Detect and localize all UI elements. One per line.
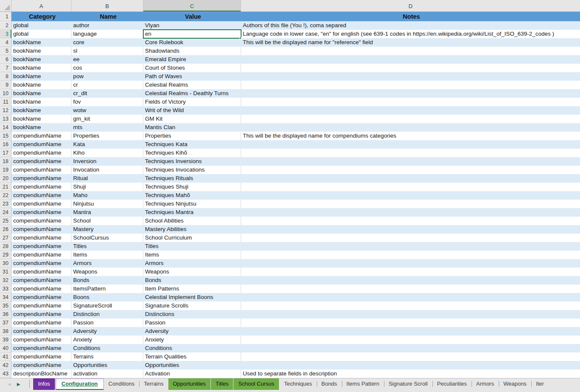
sheet-tab-signature-scroll[interactable]: Signature Scroll: [384, 378, 432, 390]
row-number[interactable]: 9: [0, 81, 11, 89]
header-cell-category[interactable]: Category: [11, 12, 71, 21]
row-number[interactable]: 17: [0, 149, 11, 157]
cell-category[interactable]: compendiumName: [11, 344, 71, 353]
cell-name[interactable]: cr: [71, 81, 143, 89]
sheet-tab-school-cursus[interactable]: School Cursus: [233, 378, 279, 390]
cell-notes[interactable]: [241, 319, 580, 327]
cell-name[interactable]: Armors: [71, 259, 143, 268]
cell-name[interactable]: activation: [71, 369, 143, 378]
sheet-tab-opportunities[interactable]: Opportunities: [168, 378, 211, 390]
row-number[interactable]: 21: [0, 183, 11, 191]
cell-value[interactable]: Techniques Rituals: [143, 174, 241, 183]
cell-name[interactable]: pow: [71, 72, 143, 81]
row-number[interactable]: 26: [0, 225, 11, 234]
cell-value[interactable]: Court of Stones: [143, 64, 241, 72]
cell-name[interactable]: Terrains: [71, 353, 143, 361]
row-number[interactable]: 27: [0, 234, 11, 242]
sheet-tab-conditions[interactable]: Conditions: [104, 378, 139, 390]
cell-name[interactable]: Conditions: [71, 344, 143, 353]
column-header-c[interactable]: C: [143, 0, 241, 11]
sheet-tab-titles[interactable]: Titles: [211, 378, 234, 390]
cell-value[interactable]: Techniques Mantra: [143, 208, 241, 217]
cell-name[interactable]: Distinction: [71, 310, 143, 319]
row-number[interactable]: 3: [0, 30, 11, 38]
cell-category[interactable]: compendiumName: [11, 149, 71, 157]
cell-value[interactable]: Titles: [143, 242, 241, 251]
cell-notes[interactable]: [241, 361, 580, 369]
row-number[interactable]: 40: [0, 344, 11, 353]
cell-value[interactable]: School Abilities: [143, 217, 241, 225]
cell-name[interactable]: Opportunities: [71, 361, 143, 369]
cell-value[interactable]: Items: [143, 251, 241, 259]
row-number[interactable]: 41: [0, 353, 11, 361]
column-header-a[interactable]: A: [11, 0, 71, 11]
row-number[interactable]: 43: [0, 369, 11, 378]
cell-category[interactable]: descriptionBlocName: [11, 369, 71, 378]
row-number[interactable]: 24: [0, 208, 11, 217]
cell-category[interactable]: global: [11, 30, 71, 38]
cell-value[interactable]: Properties: [143, 132, 241, 140]
cell-value[interactable]: Adversity: [143, 327, 241, 336]
fill-handle[interactable]: [239, 37, 242, 39]
cell-category[interactable]: global: [11, 21, 71, 30]
cell-notes[interactable]: This will be the displayed name for "ref…: [241, 38, 580, 47]
cell-notes[interactable]: [241, 217, 580, 225]
cell-notes[interactable]: [241, 251, 580, 259]
column-header-b[interactable]: B: [71, 0, 143, 11]
sheet-tab-items-pattern[interactable]: Items Pattern: [342, 378, 384, 390]
cell-name[interactable]: Properties: [71, 132, 143, 140]
row-number[interactable]: 28: [0, 242, 11, 251]
cell-name[interactable]: SchoolCursus: [71, 234, 143, 242]
cell-name[interactable]: Anxiety: [71, 336, 143, 344]
cell-value[interactable]: en: [143, 30, 241, 38]
row-number[interactable]: 4: [0, 38, 11, 47]
sheet-tab-techniques[interactable]: Techniques: [279, 378, 317, 390]
cell-value[interactable]: Weapons: [143, 268, 241, 276]
cell-name[interactable]: fov: [71, 98, 143, 106]
prev-sheet-icon[interactable]: ◀: [8, 378, 11, 390]
cell-name[interactable]: Titles: [71, 242, 143, 251]
row-number[interactable]: 2: [0, 21, 11, 30]
cell-notes[interactable]: [241, 89, 580, 98]
row-number[interactable]: 42: [0, 361, 11, 369]
cell-name[interactable]: ee: [71, 55, 143, 64]
row-number[interactable]: 12: [0, 106, 11, 115]
cell-value[interactable]: Celestial Realms - Deathly Turns: [143, 89, 241, 98]
cell-category[interactable]: bookName: [11, 72, 71, 81]
cell-category[interactable]: compendiumName: [11, 285, 71, 293]
row-number[interactable]: 16: [0, 140, 11, 149]
sheet-tab-peculiarities[interactable]: Peculiarities: [432, 378, 472, 390]
cell-category[interactable]: compendiumName: [11, 242, 71, 251]
cell-name[interactable]: Ritual: [71, 174, 143, 183]
cell-notes[interactable]: Used to separate fields in description: [241, 369, 580, 378]
cell-notes[interactable]: [241, 47, 580, 55]
cell-name[interactable]: wotw: [71, 106, 143, 115]
cell-notes[interactable]: [241, 234, 580, 242]
cell-name[interactable]: Kiho: [71, 149, 143, 157]
cell-notes[interactable]: [241, 115, 580, 123]
cell-notes[interactable]: [241, 55, 580, 64]
cell-name[interactable]: Items: [71, 251, 143, 259]
cell-category[interactable]: bookName: [11, 55, 71, 64]
cell-name[interactable]: Mantra: [71, 208, 143, 217]
cell-value[interactable]: Anxiety: [143, 336, 241, 344]
cell-value[interactable]: Shadowlands: [143, 47, 241, 55]
cell-notes[interactable]: This will be the displayed name for comp…: [241, 132, 580, 140]
column-header-d[interactable]: D: [241, 0, 580, 11]
cell-value[interactable]: GM Kit: [143, 115, 241, 123]
cell-name[interactable]: School: [71, 217, 143, 225]
row-number[interactable]: 33: [0, 285, 11, 293]
cell-name[interactable]: core: [71, 38, 143, 47]
cell-name[interactable]: sl: [71, 47, 143, 55]
cell-name[interactable]: ItemsPattern: [71, 285, 143, 293]
cell-value[interactable]: Signature Scrolls: [143, 302, 241, 310]
cell-notes[interactable]: [241, 140, 580, 149]
row-number[interactable]: 25: [0, 217, 11, 225]
cell-value[interactable]: Celestial Implement Boons: [143, 293, 241, 302]
cell-notes[interactable]: [241, 293, 580, 302]
cell-notes[interactable]: [241, 353, 580, 361]
cell-category[interactable]: compendiumName: [11, 251, 71, 259]
cell-notes[interactable]: [241, 344, 580, 353]
row-number[interactable]: 13: [0, 115, 11, 123]
cell-category[interactable]: compendiumName: [11, 200, 71, 208]
